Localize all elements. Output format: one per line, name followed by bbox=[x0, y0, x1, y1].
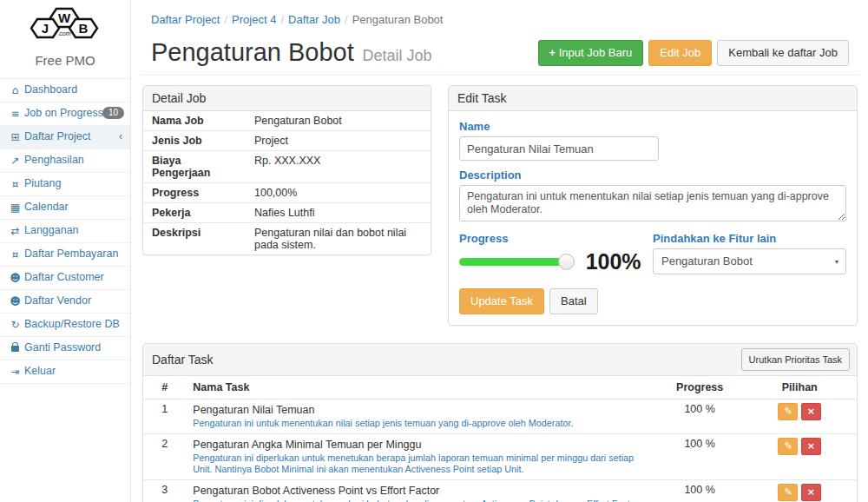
sidebar-item-calendar[interactable]: ▦Calendar bbox=[0, 196, 130, 220]
breadcrumb-current: Pengaturan Bobot bbox=[352, 13, 444, 26]
breadcrumb-daftar-job[interactable]: Daftar Job bbox=[288, 13, 340, 26]
col-nama-task: Nama Task bbox=[186, 376, 657, 400]
select-arrow-icon: ▾ bbox=[835, 258, 838, 266]
retweet-icon: ⇄ bbox=[8, 225, 23, 238]
task-description: Pengaturan ini diperlukan untuk menetuka… bbox=[193, 452, 650, 475]
breadcrumb-project-4[interactable]: Project 4 bbox=[232, 13, 276, 26]
table-icon: ⊞ bbox=[8, 131, 23, 144]
daftar-task-title: Daftar Task bbox=[152, 353, 214, 367]
sidebar-item-penghasilan[interactable]: ↗Penghasilan bbox=[0, 149, 130, 173]
sidebar-item-dashboard[interactable]: ⌂Dashboard bbox=[0, 79, 130, 102]
svg-text:B: B bbox=[79, 21, 89, 36]
batal-button[interactable]: Batal bbox=[549, 288, 598, 314]
calendar-icon: ▦ bbox=[8, 201, 23, 215]
sidebar: W J B .com Free PMO ⌂Dashboard ≡Job on P… bbox=[0, 0, 131, 502]
sidebar-item-daftar-customer[interactable]: ☻Daftar Customer bbox=[0, 267, 130, 290]
sidebar-item-daftar-pembayaran[interactable]: ¤Daftar Pembayaran bbox=[0, 243, 130, 267]
table-row: PekerjaNafies Luthfi bbox=[143, 203, 431, 223]
sidebar-item-langganan[interactable]: ⇄Langganan bbox=[0, 220, 130, 243]
edit-job-button[interactable]: Edit Job bbox=[648, 40, 712, 66]
sidebar-item-ganti-password[interactable]: Ganti Password bbox=[0, 337, 130, 360]
progress-label: Progress bbox=[459, 232, 641, 245]
task-description-textarea[interactable]: Pengaturan ini untuk menentukan nilai se… bbox=[459, 185, 846, 221]
users-icon: ☻ bbox=[8, 295, 23, 308]
chart-icon: ↗ bbox=[8, 155, 23, 168]
chevron-left-icon: ‹ bbox=[119, 130, 122, 143]
table-row: Biaya PengerjaanRp. XXX.XXX bbox=[143, 151, 431, 183]
description-label: Description bbox=[459, 168, 846, 182]
sidebar-item-daftar-vendor[interactable]: ☻Daftar Vendor bbox=[0, 290, 130, 314]
svg-text:W: W bbox=[58, 10, 71, 25]
table-row: DeskripsiPengaturan nilai dan bobot nila… bbox=[143, 223, 431, 255]
lock-icon bbox=[8, 341, 23, 355]
sidebar-item-keluar[interactable]: ⇥Keluar bbox=[0, 360, 130, 384]
move-to-feature-label: Pindahkan ke Fitur lain bbox=[653, 232, 846, 245]
svg-text:J: J bbox=[42, 21, 49, 36]
detail-job-panel: Detail Job Nama JobPengaturan Bobot Jeni… bbox=[142, 85, 431, 255]
task-table: # Nama Task Progress Pilihan 1 Pengatura… bbox=[143, 376, 857, 502]
progress-slider[interactable] bbox=[459, 258, 567, 266]
sidebar-item-job-on-progress[interactable]: ≡Job on Progress10 bbox=[0, 102, 130, 126]
name-label: Name bbox=[459, 120, 846, 133]
update-task-button[interactable]: Update Task bbox=[459, 288, 544, 314]
users-icon: ☻ bbox=[8, 272, 23, 285]
money-icon: ¤ bbox=[8, 248, 23, 261]
move-to-feature-select[interactable]: Pengaturan Bobot ▾ bbox=[653, 248, 846, 274]
edit-task-title: Edit Task bbox=[449, 86, 857, 111]
table-row: Progress100,00% bbox=[143, 183, 431, 203]
page-title: Pengaturan Bobot bbox=[151, 38, 354, 66]
progress-slider-fill bbox=[459, 258, 567, 266]
sidebar-item-piutang[interactable]: ¤Piutang bbox=[0, 173, 130, 196]
jwb-logo-icon: W J B .com bbox=[25, 7, 105, 47]
money-icon: ¤ bbox=[8, 178, 23, 191]
delete-task-button[interactable]: × bbox=[801, 484, 821, 501]
plus-icon: + bbox=[549, 46, 556, 59]
svg-text:.com: .com bbox=[57, 30, 70, 36]
main-content: Daftar Project/Project 4/Daftar Job/Peng… bbox=[132, 0, 868, 502]
edit-task-button[interactable]: ✎ bbox=[778, 438, 798, 455]
task-name: Pengaturan Angka Minimal Temuan per Ming… bbox=[193, 438, 650, 452]
progress-slider-handle[interactable] bbox=[558, 254, 575, 270]
urutkan-prioritas-button[interactable]: Urutkan Prioritas Task bbox=[741, 348, 850, 371]
table-row: Jenis JobProject bbox=[143, 131, 431, 151]
sidebar-item-daftar-project[interactable]: ⊞Daftar Project‹ bbox=[0, 126, 130, 149]
task-progress: 100 % bbox=[657, 480, 743, 502]
detail-job-title: Detail Job bbox=[143, 86, 431, 111]
task-row: 3 Pengaturan Bobot Activeness Point vs E… bbox=[143, 480, 857, 502]
edit-task-button[interactable]: ✎ bbox=[778, 484, 798, 501]
brand-logo[interactable]: W J B .com Free PMO bbox=[0, 0, 130, 79]
detail-job-table: Nama JobPengaturan Bobot Jenis JobProjec… bbox=[143, 111, 431, 254]
delete-task-button[interactable]: × bbox=[801, 438, 821, 455]
daftar-task-panel: Daftar Task Urutkan Prioritas Task # Nam… bbox=[142, 343, 858, 502]
col-pilihan: Pilihan bbox=[742, 376, 857, 400]
dashboard-icon: ⌂ bbox=[8, 84, 23, 97]
breadcrumb: Daftar Project/Project 4/Daftar Job/Peng… bbox=[141, 0, 859, 36]
input-job-baru-button[interactable]: + Input Job Baru bbox=[538, 40, 644, 66]
task-progress: 100 % bbox=[657, 400, 743, 434]
delete-task-button[interactable]: × bbox=[801, 403, 821, 420]
task-name: Pengaturan Nilai Temuan bbox=[193, 403, 650, 417]
task-row: 2 Pengaturan Angka Minimal Temuan per Mi… bbox=[143, 434, 857, 480]
refresh-icon: ↻ bbox=[8, 319, 23, 332]
brand-name: Free PMO bbox=[0, 53, 130, 73]
edit-task-panel: Edit Task Name Description Pengaturan in… bbox=[448, 85, 858, 326]
job-count-badge: 10 bbox=[102, 107, 124, 119]
list-icon: ≡ bbox=[8, 108, 23, 121]
progress-value: 100% bbox=[586, 252, 641, 271]
table-row: Nama JobPengaturan Bobot bbox=[143, 111, 431, 131]
col-num: # bbox=[143, 376, 186, 400]
col-progress: Progress bbox=[657, 376, 743, 400]
edit-task-button[interactable]: ✎ bbox=[778, 403, 798, 420]
page-header: Pengaturan Bobot Detail Job + Input Job … bbox=[141, 36, 859, 76]
task-row: 1 Pengaturan Nilai Temuan Pengaturan ini… bbox=[143, 400, 857, 434]
page-subtitle: Detail Job bbox=[362, 47, 431, 64]
breadcrumb-daftar-project[interactable]: Daftar Project bbox=[151, 13, 220, 26]
sidebar-nav: ⌂Dashboard ≡Job on Progress10 ⊞Daftar Pr… bbox=[0, 79, 130, 384]
sign-out-icon: ⇥ bbox=[8, 366, 23, 379]
task-description: Pengaturan ini diperlukan untuk memberi … bbox=[193, 499, 650, 502]
task-name: Pengaturan Bobot Activeness Point vs Eff… bbox=[193, 484, 650, 498]
sidebar-item-backup-restore-db[interactable]: ↻Backup/Restore DB bbox=[0, 314, 130, 337]
kembali-button[interactable]: Kembali ke daftar Job bbox=[717, 40, 849, 66]
task-name-input[interactable] bbox=[459, 136, 659, 161]
task-progress: 100 % bbox=[657, 434, 743, 480]
